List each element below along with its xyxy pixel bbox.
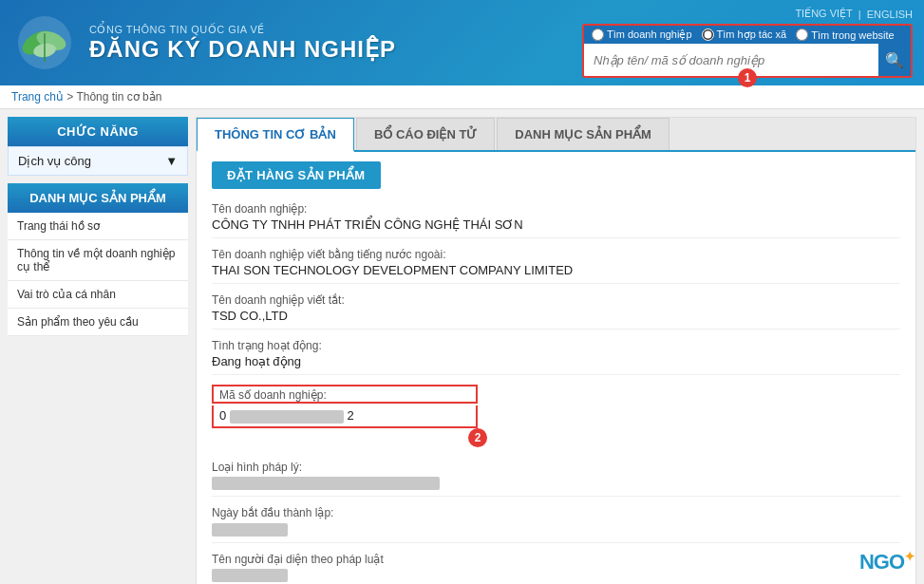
- loai-hinh-label: Loại hình pháp lý:: [212, 461, 900, 474]
- ma-so-label: Mã số doanh nghiệp:: [212, 385, 478, 404]
- search-button[interactable]: 🔍: [878, 44, 911, 76]
- radio-tim-htx[interactable]: Tìm hợp tác xã: [702, 28, 787, 41]
- ten-viet-tat-section: Tên doanh nghiệp viết tắt: TSD CO.,LTD: [212, 293, 900, 330]
- chevron-down-icon: ▼: [165, 154, 178, 168]
- header: CỔNG THÔNG TIN QUỐC GIA VỀ ĐĂNG KÝ DOANH…: [0, 0, 924, 85]
- loai-hinh-value: [212, 476, 900, 498]
- tab-danh-muc-san-pham[interactable]: DANH MỤC SẢN PHẨM: [497, 118, 669, 150]
- ngay-blurred: [212, 523, 288, 537]
- tinh-trang-value: Đang hoạt động: [212, 354, 900, 375]
- ten-nn-value: THAI SON TECHNOLOGY DEVELOPMENT COMPANY …: [212, 263, 900, 284]
- header-main-title: ĐĂNG KÝ DOANH NGHIỆP: [89, 36, 582, 63]
- breadcrumb: Trang chủ > Thông tin cơ bản: [0, 85, 924, 109]
- tinh-trang-section: Tình trạng hoạt động: Đang hoạt động: [212, 339, 900, 375]
- lang-separator: |: [858, 9, 861, 20]
- search-area: TIẾNG VIỆT | ENGLISH Tìm doanh nghiệp Tì…: [582, 8, 913, 78]
- ten-dn-label: Tên doanh nghiệp:: [212, 202, 900, 216]
- search-input[interactable]: [584, 47, 878, 73]
- sidebar-item-vai-tro[interactable]: Vai trò của cá nhân: [8, 281, 188, 309]
- sidebar-chuc-nang-title: CHỨC NĂNG: [8, 117, 188, 146]
- main-layout: CHỨC NĂNG Dịch vụ công ▼ DANH MỤC SẢN PH…: [0, 109, 924, 584]
- ten-dn-value: CÔNG TY TNHH PHÁT TRIỂN CÔNG NGHỆ THÁI S…: [212, 217, 900, 238]
- loai-hinh-section: Loại hình pháp lý:: [212, 461, 900, 498]
- nguoi-dai-dien-value: [212, 568, 900, 584]
- sidebar-item-thong-tin-dn[interactable]: Thông tin về một doanh nghiệp cụ thể: [8, 240, 188, 281]
- ma-so-value: 0 2: [212, 405, 478, 428]
- sidebar-dich-vu-cong[interactable]: Dịch vụ công ▼: [8, 146, 188, 176]
- breadcrumb-separator: >: [66, 90, 73, 104]
- ngay-label: Ngày bắt đầu thành lập:: [212, 506, 900, 519]
- nguoi-blurred: [212, 569, 288, 582]
- nguoi-dai-dien-section: Tên người đại diện theo pháp luật: [212, 553, 900, 584]
- content-area: THÔNG TIN CƠ BẢN BỔ CÁO ĐIỆN TỬ DANH MỤC…: [196, 117, 916, 584]
- tabs-bar: THÔNG TIN CƠ BẢN BỔ CÁO ĐIỆN TỬ DANH MỤC…: [197, 118, 915, 152]
- nguoi-dai-dien-label: Tên người đại diện theo pháp luật: [212, 553, 900, 566]
- badge-1: 1: [738, 68, 757, 87]
- sidebar: CHỨC NĂNG Dịch vụ công ▼ DANH MỤC SẢN PH…: [8, 117, 188, 336]
- ngay-value: [212, 521, 900, 543]
- ten-viet-tat-value: TSD CO.,LTD: [212, 309, 900, 330]
- sidebar-item-trang-thai[interactable]: Trang thái hồ sơ: [8, 213, 188, 240]
- ma-so-blurred: [230, 410, 344, 424]
- logo-icon: [11, 14, 78, 71]
- breadcrumb-home[interactable]: Trang chủ: [11, 90, 64, 104]
- loai-hinh-blurred: [212, 477, 440, 490]
- header-subtitle: CỔNG THÔNG TIN QUỐC GIA VỀ: [89, 24, 582, 36]
- tab-thong-tin-co-ban[interactable]: THÔNG TIN CƠ BẢN: [197, 118, 354, 152]
- ten-viet-tat-label: Tên doanh nghiệp viết tắt:: [212, 293, 900, 307]
- lang-english[interactable]: ENGLISH: [867, 9, 913, 20]
- ngo-logo: NGO✦: [859, 549, 915, 575]
- radio-tim-dn[interactable]: Tìm doanh nghiệp: [592, 28, 692, 41]
- ten-nn-label: Tên doanh nghiệp viết bằng tiếng nước ng…: [212, 248, 900, 261]
- sidebar-danh-muc-title: DANH MỤC SẢN PHẨM: [8, 183, 188, 213]
- ngay-section: Ngày bắt đầu thành lập:: [212, 506, 900, 543]
- content-inner: ĐẶT HÀNG SẢN PHẨM Tên doanh nghiệp: CÔNG…: [197, 152, 915, 584]
- sidebar-item-san-pham[interactable]: Sản phẩm theo yêu cầu: [8, 309, 188, 336]
- ma-so-section: Mã số doanh nghiệp: 0 2 2: [212, 385, 478, 436]
- tinh-trang-label: Tình trạng hoạt động:: [212, 339, 900, 352]
- breadcrumb-current: Thông tin cơ bản: [76, 90, 161, 104]
- radio-tim-web[interactable]: Tìm trong website: [796, 28, 894, 41]
- badge-2: 2: [468, 428, 487, 447]
- tab-bo-cao-dien-tu[interactable]: BỔ CÁO ĐIỆN TỬ: [356, 118, 495, 150]
- ten-nn-section: Tên doanh nghiệp viết bằng tiếng nước ng…: [212, 248, 900, 284]
- lang-viet[interactable]: TIẾNG VIỆT: [795, 8, 852, 20]
- ten-dn-section: Tên doanh nghiệp: CÔNG TY TNHH PHÁT TRIỂ…: [212, 202, 900, 238]
- header-title-block: CỔNG THÔNG TIN QUỐC GIA VỀ ĐĂNG KÝ DOANH…: [89, 24, 582, 63]
- order-button[interactable]: ĐẶT HÀNG SẢN PHẨM: [212, 161, 381, 189]
